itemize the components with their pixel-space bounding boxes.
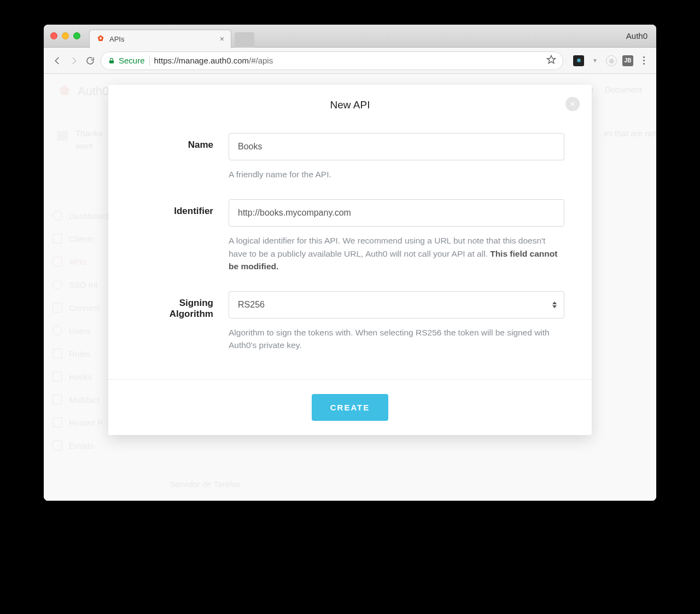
signing-help: Algorithm to sign the tokens with. When … xyxy=(229,326,564,352)
svg-rect-2 xyxy=(109,60,114,63)
titlebar: APIs × Auth0 xyxy=(44,25,656,48)
form-row-name: Name A friendly name for the API. xyxy=(136,133,564,181)
name-help: A friendly name for the API. xyxy=(229,168,564,181)
identifier-label: Identifier xyxy=(136,199,229,273)
new-api-modal: New API Name A friendly name for the API… xyxy=(108,85,592,435)
create-button[interactable]: CREATE xyxy=(312,394,389,421)
new-tab-button[interactable] xyxy=(235,32,254,48)
address-bar[interactable]: Secure https://manage.auth0.com/#/apis xyxy=(101,51,563,70)
window-app-name: Auth0 xyxy=(626,31,648,40)
extension-icon[interactable]: ◎ xyxy=(606,55,617,66)
modal-title: New API xyxy=(119,99,581,111)
identifier-help: A logical identifier for this API. We re… xyxy=(229,234,564,273)
tab-close-icon[interactable]: × xyxy=(220,34,224,43)
auth0-favicon-icon xyxy=(96,34,105,43)
form-row-identifier: Identifier A logical identifier for this… xyxy=(136,199,564,273)
back-button[interactable] xyxy=(51,55,63,67)
name-input[interactable] xyxy=(229,133,564,160)
close-window-button[interactable] xyxy=(50,32,57,39)
modal-body: Name A friendly name for the API. Identi… xyxy=(108,117,592,379)
window-controls xyxy=(50,32,80,39)
modal-close-button[interactable] xyxy=(565,97,580,111)
page-content: Auth0 🔍 Search for clients or features S… xyxy=(44,74,656,501)
signing-select-wrap[interactable] xyxy=(229,291,564,318)
browser-menu-icon[interactable] xyxy=(639,56,649,65)
secure-label: Secure xyxy=(119,56,145,65)
maximize-window-button[interactable] xyxy=(73,32,80,39)
modal-header: New API xyxy=(108,85,592,117)
modal-footer: CREATE xyxy=(108,379,592,435)
signing-select[interactable] xyxy=(229,291,564,318)
svg-marker-3 xyxy=(547,56,556,63)
minimize-window-button[interactable] xyxy=(62,32,69,39)
tab-title: APIs xyxy=(109,35,220,43)
name-label: Name xyxy=(136,133,229,181)
vue-devtools-icon[interactable]: ▼ xyxy=(590,55,600,66)
extension-icons: ⚛ ▼ ◎ JB xyxy=(573,55,649,66)
browser-tab[interactable]: APIs × xyxy=(89,30,231,48)
browser-window: APIs × Auth0 Secure https://manage.auth0… xyxy=(44,25,656,501)
lock-icon xyxy=(108,57,115,65)
signing-label: Signing Algorithm xyxy=(136,291,229,352)
form-row-signing: Signing Algorithm Algorithm to sign the … xyxy=(136,291,564,352)
react-devtools-icon[interactable]: ⚛ xyxy=(573,55,584,66)
forward-button[interactable] xyxy=(68,55,80,67)
url-text: https://manage.auth0.com/#/apis xyxy=(154,56,273,65)
bookmark-star-icon[interactable] xyxy=(546,55,556,66)
reload-button[interactable] xyxy=(84,55,96,67)
browser-toolbar: Secure https://manage.auth0.com/#/apis ⚛… xyxy=(44,48,656,74)
divider xyxy=(149,55,150,66)
jetbrains-extension-icon[interactable]: JB xyxy=(622,55,633,66)
identifier-input[interactable] xyxy=(229,199,564,227)
select-caret-icon xyxy=(552,302,557,308)
